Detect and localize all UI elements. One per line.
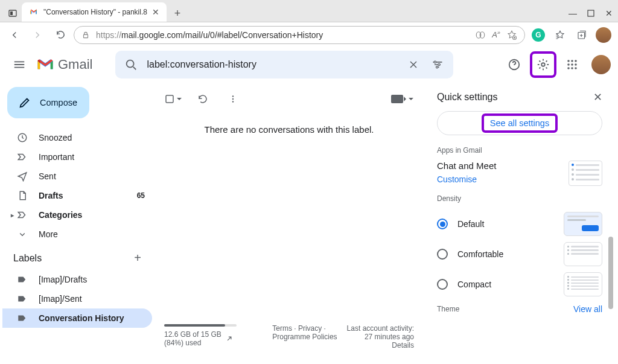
add-favorite-icon[interactable] [506,30,517,40]
density-option-default[interactable]: Default [437,209,611,239]
density-preview-default [564,212,602,236]
address-bar: https://mail.google.com/mail/u/0/#label/… [0,22,618,47]
profile-avatar-browser[interactable] [594,25,613,45]
gmail-logo-icon [36,57,54,72]
add-label-icon[interactable]: + [134,251,141,265]
clear-search-icon[interactable] [405,56,422,73]
activity-info: Last account activity: 27 minutes ago De… [347,324,414,350]
svg-point-21 [571,67,573,69]
svg-rect-2 [588,10,594,16]
search-icon[interactable] [123,56,139,73]
refresh-button[interactable] [51,25,70,45]
lock-icon [81,31,90,39]
account-avatar[interactable] [591,55,611,74]
theme-view-all-link[interactable]: View all [573,304,602,314]
search-options-icon[interactable] [429,56,446,73]
sidebar-item-sent[interactable]: Sent [2,167,152,186]
apps-icon[interactable] [560,53,584,77]
new-tab-button[interactable]: + [169,5,186,22]
svg-rect-24 [166,95,173,103]
search-box[interactable] [115,51,453,78]
svg-rect-1 [10,11,13,15]
settings-button[interactable] [530,51,556,78]
empty-state-message: There are no conversations with this lab… [154,113,424,145]
main-menu-button[interactable] [7,53,31,77]
radio-icon [437,279,448,290]
svg-point-17 [567,63,570,66]
sidebar-item-drafts[interactable]: Drafts 65 [2,186,152,205]
customise-link[interactable]: Customise [437,174,496,184]
label-imap-drafts[interactable]: [Imap]/Drafts [2,270,152,289]
apps-section-title: Apps in Gmail [437,146,611,155]
svg-point-18 [571,63,573,66]
svg-point-25 [232,95,234,97]
quick-settings-panel: Quick settings ✕ See all settings Apps i… [426,82,613,364]
compose-button[interactable]: Compose [7,87,89,118]
main-content: There are no conversations with this lab… [154,82,424,364]
sidebar-item-more[interactable]: More [2,225,152,244]
see-all-settings-button[interactable]: See all settings [437,111,602,135]
sent-icon [17,171,28,182]
gmail-favicon [29,7,39,17]
support-icon[interactable] [502,53,526,77]
svg-point-22 [575,67,577,69]
sidebar-item-categories[interactable]: ▸ Categories [2,205,152,225]
window-close[interactable]: ✕ [600,5,618,22]
labels-header: Labels + [2,244,152,270]
svg-point-16 [575,60,577,62]
activity-details-link[interactable]: Details [347,341,414,350]
gmail-app: Gmail Compose Snoozed [0,47,618,364]
chat-meet-label: Chat and Meet [437,161,496,171]
more-options-icon[interactable] [223,89,243,109]
main-footer: 12.6 GB of 15 GB (84%) used Terms · Priv… [154,319,424,362]
chevron-down-icon [17,229,28,240]
search-input[interactable] [147,59,398,70]
sidebar: Compose Snoozed Important Sent Drafts 65… [2,82,152,364]
radio-icon [437,249,448,260]
svg-rect-3 [84,34,88,37]
refresh-icon[interactable] [193,89,212,109]
input-tools-icon[interactable] [391,95,414,103]
density-option-compact[interactable]: Compact [437,269,611,299]
svg-point-13 [541,63,545,66]
storage-indicator[interactable]: 12.6 GB of 15 GB (84%) used [164,324,263,350]
radio-checked-icon [437,219,448,229]
label-imap-sent[interactable]: [Imap]/Sent [2,289,152,308]
footer-links[interactable]: Terms · Privacy · Programme Policies [272,324,337,350]
label-icon [17,274,28,285]
sidebar-item-snoozed[interactable]: Snoozed [2,128,152,147]
panel-scrollbar[interactable] [608,237,613,309]
collections-icon[interactable] [572,25,591,45]
density-option-comfortable[interactable]: Comfortable [437,239,611,269]
sidebar-item-important[interactable]: Important [2,147,152,167]
read-aloud-icon[interactable]: A» [492,30,500,39]
close-panel-icon[interactable]: ✕ [593,91,602,104]
select-all-checkbox[interactable] [164,94,182,104]
back-button[interactable] [5,25,24,45]
address-field[interactable]: https://mail.google.com/mail/u/0/#label/… [74,26,525,44]
quick-settings-title: Quick settings [437,92,497,103]
clock-icon [17,132,28,143]
pencil-icon [18,96,31,109]
density-section-title: Density [437,194,611,203]
browser-chrome: "Conversation History" - pankil.8 ✕ + ― … [0,0,618,47]
svg-point-26 [232,98,234,100]
favorites-icon[interactable] [550,25,570,45]
tab-overview-button[interactable] [4,5,22,22]
svg-point-27 [232,101,234,102]
theme-section-title: Theme [437,305,459,313]
label-conversation-history[interactable]: Conversation History [2,308,152,328]
important-icon [17,152,28,162]
linked-icon[interactable] [475,31,486,39]
window-minimize[interactable]: ― [564,5,582,22]
tab-close-icon[interactable]: ✕ [152,7,159,17]
grammarly-icon[interactable]: G [529,25,548,45]
svg-point-11 [436,66,438,68]
tab-bar: "Conversation History" - pankil.8 ✕ + ― … [0,0,618,22]
browser-tab[interactable]: "Conversation History" - pankil.8 ✕ [22,2,167,22]
gmail-logo[interactable]: Gmail [36,57,92,72]
window-maximize[interactable] [582,5,600,22]
density-preview-compact [564,272,602,296]
compose-label: Compose [40,98,77,107]
svg-point-8 [127,60,134,68]
